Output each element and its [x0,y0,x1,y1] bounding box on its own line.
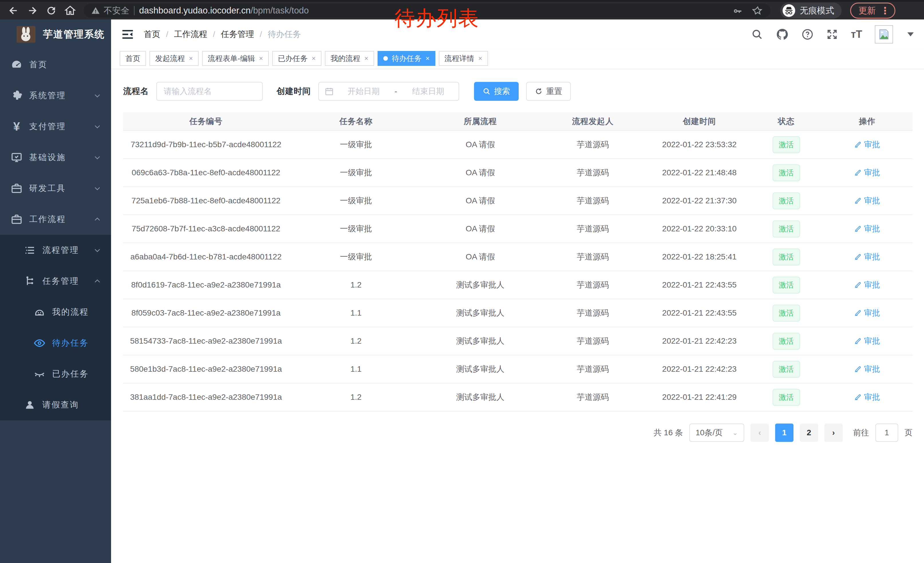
sidebar-item-infrastructure[interactable]: 基础设施 [0,142,111,173]
breadcrumb-home[interactable]: 首页 [144,29,160,40]
close-icon[interactable]: × [426,54,430,62]
avatar-caret-icon[interactable] [908,32,914,36]
approve-button[interactable]: 审批 [854,279,880,290]
sidebar-item-dev-tools[interactable]: 研发工具 [0,173,111,204]
yen-icon: ¥ [9,120,24,134]
edit-pen-icon [854,393,862,401]
next-page-button[interactable]: › [824,423,843,442]
breadcrumb-current: 待办任务 [268,29,301,40]
browser-update-button[interactable]: 更新 ⋮ [850,3,896,19]
sidebar-item-task-management[interactable]: 任务管理 [0,266,111,297]
chevron-down-icon [93,153,101,162]
approve-button[interactable]: 审批 [854,139,880,150]
sidebar-item-process-management[interactable]: 流程管理 [0,235,111,266]
tab-start-process[interactable]: 发起流程× [149,51,199,66]
reset-button[interactable]: 重置 [526,82,571,101]
table-header-row: 任务编号 任务名称 所属流程 流程发起人 创建时间 状态 操作 [123,112,912,131]
browser-forward-icon[interactable] [24,2,40,19]
active-dot [383,56,388,61]
chevron-down-icon [93,123,101,131]
bookmark-star-icon[interactable] [752,5,763,16]
approve-button[interactable]: 审批 [854,336,880,347]
broken-image-icon [878,28,890,41]
password-key-icon[interactable] [732,6,742,16]
approve-button[interactable]: 审批 [854,195,880,206]
fullscreen-icon[interactable] [826,29,838,41]
help-icon[interactable] [801,29,813,41]
page-button-2[interactable]: 2 [800,423,818,442]
sidebar-item-home[interactable]: 首页 [0,49,111,80]
table-row: 8f059c03-7ac8-11ec-a9e2-a2380e71991a1.1测… [123,299,912,327]
tab-process-form-edit[interactable]: 流程表单-编辑× [202,51,269,66]
filter-form: 流程名 创建时间 开始日期 - 结束日期 搜索 重置 [123,82,912,101]
tab-todo-tasks[interactable]: 待办任务× [378,51,435,66]
table-row: a6aba0a4-7b6d-11ec-b781-acde48001122一级审批… [123,243,912,271]
approve-button[interactable]: 审批 [854,364,880,375]
browser-home-icon[interactable] [62,2,78,19]
close-icon[interactable]: × [259,54,263,62]
status-badge: 激活 [772,164,800,181]
search-button[interactable]: 搜索 [474,82,519,101]
edit-pen-icon [854,169,862,176]
chevron-down-icon: ⌄ [732,429,738,437]
sidebar-item-system[interactable]: 系统管理 [0,80,111,111]
dashboard-icon [9,59,24,71]
prev-page-button[interactable]: ‹ [750,423,769,442]
col-action: 操作 [822,112,912,131]
annotation-overlay-text: 待办列表 [394,5,479,32]
avatar[interactable] [875,25,893,44]
search-icon[interactable] [751,29,763,41]
approve-button[interactable]: 审批 [854,224,880,234]
briefcase-icon [9,213,24,225]
close-icon[interactable]: × [478,54,482,62]
topbar: 首页 / 工作流程 / 任务管理 / 待办任务 тT [111,20,924,49]
breadcrumb-workflow[interactable]: 工作流程 [174,29,207,40]
tab-my-process[interactable]: 我的流程× [325,51,374,66]
chevron-down-icon [93,92,101,100]
github-icon[interactable] [776,28,789,41]
date-range-picker[interactable]: 开始日期 - 结束日期 [318,82,459,101]
status-badge: 激活 [772,305,800,321]
content-area: 流程名 创建时间 开始日期 - 结束日期 搜索 重置 [111,69,924,563]
app-logo-row[interactable]: 芋道管理系统 [0,20,111,49]
page-size-select[interactable]: 10条/页 ⌄ [689,423,744,442]
sidebar-item-payment[interactable]: ¥ 支付管理 [0,111,111,142]
process-name-input[interactable] [156,82,263,101]
approve-button[interactable]: 审批 [854,308,880,318]
calendar-icon [325,87,334,96]
close-icon[interactable]: × [312,54,316,62]
sidebar-item-leave-query[interactable]: 请假查询 [0,389,111,420]
font-size-icon[interactable]: тT [851,29,862,41]
breadcrumb: 首页 / 工作流程 / 任务管理 / 待办任务 [144,29,301,40]
person-face-icon [32,306,47,318]
approve-button[interactable]: 审批 [854,251,880,262]
col-task-name: 任务名称 [289,112,423,131]
goto-page-input[interactable] [875,423,898,442]
eye-open-icon [32,337,47,349]
tags-view: 首页 发起流程× 流程表单-编辑× 已办任务× 我的流程× 待办任务× 流程详情… [111,49,924,69]
page-button-1[interactable]: 1 [775,423,794,442]
sidebar-item-my-process[interactable]: 我的流程 [0,297,111,327]
approve-button[interactable]: 审批 [854,167,880,178]
tab-home[interactable]: 首页 [120,51,146,66]
table-row: 8f0d1619-7ac8-11ec-a9e2-a2380e71991a1.2测… [123,271,912,299]
browser-back-icon[interactable] [5,2,22,19]
url-text[interactable]: dashboard.yudao.iocoder.cn/bpm/task/todo [139,6,309,16]
security-warning[interactable]: 不安全 [91,5,129,17]
app-logo [16,26,36,43]
gear-icon [9,90,24,102]
page-unit: 页 [904,427,912,438]
breadcrumb-task-management[interactable]: 任务管理 [221,29,254,40]
sidebar-item-workflow[interactable]: 工作流程 [0,204,111,235]
tab-done-tasks[interactable]: 已办任务× [272,51,321,66]
approve-button[interactable]: 审批 [854,392,880,402]
tab-process-detail[interactable]: 流程详情× [439,51,488,66]
sidebar-item-done-tasks[interactable]: 已办任务 [0,359,111,389]
sidebar-collapse-icon[interactable] [122,29,134,40]
chevron-up-icon [93,277,101,285]
close-icon[interactable]: × [189,54,193,62]
close-icon[interactable]: × [364,54,368,62]
browser-menu-icon[interactable]: ⋮ [880,6,890,15]
browser-reload-icon[interactable] [43,2,60,19]
sidebar-item-todo-tasks[interactable]: 待办任务 [0,327,111,359]
